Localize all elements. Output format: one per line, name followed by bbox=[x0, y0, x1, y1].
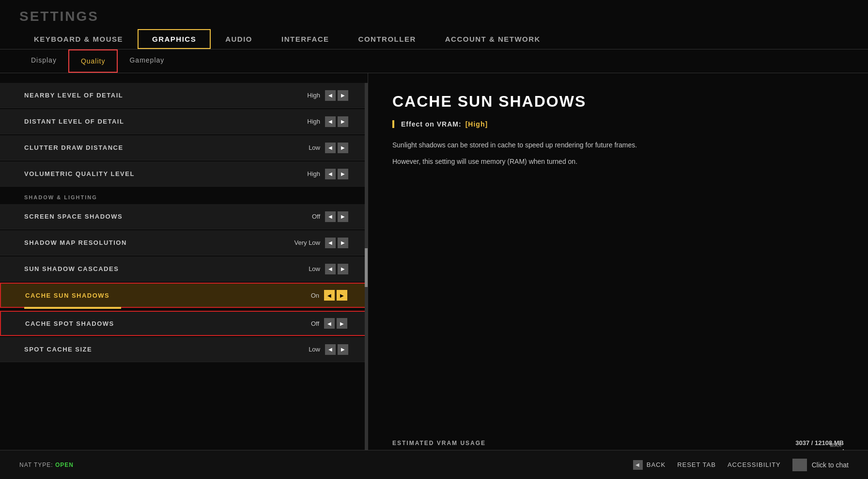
page-title: SETTINGS bbox=[19, 9, 849, 24]
arrow-left-spot-cache[interactable]: ◀ bbox=[325, 344, 336, 355]
arrow-left-clutter[interactable]: ◀ bbox=[325, 143, 336, 153]
nav-audio[interactable]: AUDIO bbox=[211, 29, 267, 49]
nav-controller[interactable]: CONTROLLER bbox=[344, 29, 431, 49]
scrollbar[interactable] bbox=[365, 83, 368, 450]
setting-volumetric-quality[interactable]: VOLUMETRIC QUALITY LEVEL High ◀ ▶ bbox=[0, 161, 368, 187]
bottom-left: NAT TYPE: OPEN bbox=[19, 462, 74, 468]
setting-cache-sun-shadows[interactable]: CACHE SUN SHADOWS On ◀ ▶ bbox=[0, 283, 368, 308]
detail-desc1: Sunlight shadows can be stored in cache … bbox=[392, 140, 844, 150]
vram-effect-value: [High] bbox=[465, 120, 488, 128]
arrow-right-cache-sun[interactable]: ▶ bbox=[337, 290, 347, 301]
arrow-left-shadow-map[interactable]: ◀ bbox=[325, 238, 336, 248]
accessibility-label: ACCESSIBILITY bbox=[728, 461, 781, 468]
detail-title: CACHE SUN SHADOWS bbox=[392, 93, 844, 111]
detail-desc2: However, this setting will use memory (R… bbox=[392, 156, 844, 167]
setting-spot-cache-size[interactable]: SPOT CACHE SIZE Low ◀ ▶ bbox=[0, 337, 368, 362]
arrow-left-sun-cascades[interactable]: ◀ bbox=[325, 264, 336, 274]
arrow-left-distant-lod[interactable]: ◀ bbox=[325, 116, 336, 127]
nav-interface[interactable]: INTERFACE bbox=[267, 29, 344, 49]
nat-value: OPEN bbox=[55, 462, 74, 468]
cache-sun-progress-bar bbox=[0, 307, 368, 310]
nat-type-label: NAT TYPE: OPEN bbox=[19, 462, 74, 468]
setting-screen-space-shadows[interactable]: SCREEN SPACE SHADOWS Off ◀ ▶ bbox=[0, 204, 368, 229]
tab-gameplay[interactable]: Gameplay bbox=[118, 49, 176, 73]
right-panel: CACHE SUN SHADOWS Effect on VRAM: [High]… bbox=[368, 73, 868, 479]
sub-nav: Display Quality Gameplay bbox=[0, 49, 868, 73]
arrow-left-volumetric[interactable]: ◀ bbox=[325, 169, 336, 179]
setting-clutter-draw[interactable]: CLUTTER DRAW DISTANCE Low ◀ ▶ bbox=[0, 135, 368, 160]
vram-label: ESTIMATED VRAM USAGE bbox=[392, 440, 486, 447]
arrow-left-cache-sun[interactable]: ◀ bbox=[324, 290, 335, 301]
bottom-bar: NAT TYPE: OPEN ◀ BACK RESET TAB ACCESSIB… bbox=[0, 450, 868, 479]
arrow-right-cache-spot[interactable]: ▶ bbox=[337, 318, 347, 329]
arrow-right-nearby-lod[interactable]: ▶ bbox=[338, 90, 348, 101]
nav-account-network[interactable]: ACCOUNT & NETWORK bbox=[431, 29, 555, 49]
section-shadow-lighting: SHADOW & LIGHTING bbox=[0, 188, 368, 204]
reset-tab-button[interactable]: RESET TAB bbox=[677, 461, 716, 468]
nav-keyboard-mouse[interactable]: KEYBOARD & MOUSE bbox=[19, 29, 138, 49]
setting-nearby-lod[interactable]: NEARBY LEVEL OF DETAIL High ◀ ▶ bbox=[0, 83, 368, 108]
detail-vram-effect: Effect on VRAM: [High] bbox=[392, 120, 844, 128]
chat-button[interactable]: Click to chat bbox=[792, 459, 849, 471]
arrow-right-distant-lod[interactable]: ▶ bbox=[338, 116, 348, 127]
setting-distant-lod[interactable]: DISTANT LEVEL OF DETAIL High ◀ ▶ bbox=[0, 109, 368, 134]
tab-display[interactable]: Display bbox=[19, 49, 68, 73]
header: SETTINGS KEYBOARD & MOUSE GRAPHICS AUDIO… bbox=[0, 0, 868, 49]
arrow-right-screen-space[interactable]: ▶ bbox=[338, 211, 348, 222]
vram-max-label: MAX bbox=[830, 443, 842, 448]
back-label: BACK bbox=[647, 461, 666, 468]
chat-label: Click to chat bbox=[812, 461, 849, 469]
content-area: NEARBY LEVEL OF DETAIL High ◀ ▶ DISTANT … bbox=[0, 73, 868, 479]
arrow-right-sun-cascades[interactable]: ▶ bbox=[338, 264, 348, 274]
arrow-left-nearby-lod[interactable]: ◀ bbox=[325, 90, 336, 101]
setting-sun-shadow-cascades[interactable]: SUN SHADOW CASCADES Low ◀ ▶ bbox=[0, 256, 368, 282]
arrow-left-cache-spot[interactable]: ◀ bbox=[324, 318, 335, 329]
reset-label: RESET TAB bbox=[677, 461, 716, 468]
accessibility-button[interactable]: ACCESSIBILITY bbox=[728, 461, 781, 468]
vram-header: ESTIMATED VRAM USAGE 3037 / 12108 MB bbox=[392, 439, 844, 447]
main-nav: KEYBOARD & MOUSE GRAPHICS AUDIO INTERFAC… bbox=[19, 29, 849, 49]
setting-cache-spot-shadows[interactable]: CACHE SPOT SHADOWS Off ◀ ▶ bbox=[0, 311, 368, 336]
scrollbar-thumb[interactable] bbox=[365, 248, 368, 287]
arrow-right-clutter[interactable]: ▶ bbox=[338, 143, 348, 153]
nav-graphics[interactable]: GRAPHICS bbox=[138, 29, 211, 49]
arrow-left-screen-space[interactable]: ◀ bbox=[325, 211, 336, 222]
setting-shadow-map-res[interactable]: SHADOW MAP RESOLUTION Very Low ◀ ▶ bbox=[0, 230, 368, 255]
back-arrow-icon: ◀ bbox=[633, 460, 643, 470]
settings-list: NEARBY LEVEL OF DETAIL High ◀ ▶ DISTANT … bbox=[0, 73, 368, 479]
back-button[interactable]: ◀ BACK bbox=[633, 460, 666, 470]
chat-icon bbox=[792, 459, 807, 471]
arrow-right-volumetric[interactable]: ▶ bbox=[338, 169, 348, 179]
bottom-actions: ◀ BACK RESET TAB ACCESSIBILITY Click to … bbox=[633, 459, 849, 471]
cache-sun-progress-inner bbox=[24, 307, 121, 309]
arrow-right-shadow-map[interactable]: ▶ bbox=[338, 238, 348, 248]
vram-effect-label: Effect on VRAM: bbox=[401, 120, 462, 128]
tab-quality[interactable]: Quality bbox=[68, 49, 118, 73]
arrow-right-spot-cache[interactable]: ▶ bbox=[338, 344, 348, 355]
